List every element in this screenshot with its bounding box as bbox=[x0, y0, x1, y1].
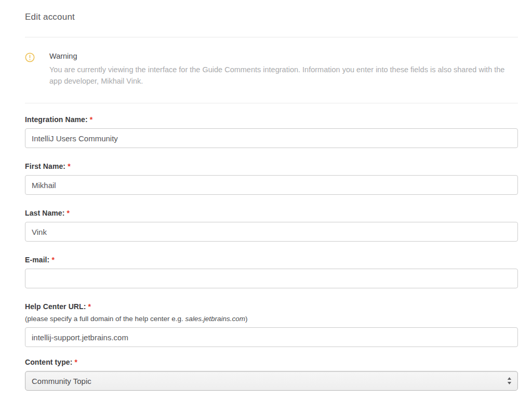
first-name-label-text: First Name: bbox=[25, 162, 65, 170]
field-group-email: E-mail:* bbox=[25, 256, 518, 288]
help-center-url-hint: (please specify a full domain of the hel… bbox=[25, 315, 518, 323]
help-center-url-input[interactable] bbox=[25, 327, 518, 347]
last-name-label: Last Name:* bbox=[25, 209, 518, 217]
first-name-label: First Name:* bbox=[25, 162, 518, 170]
field-group-help-center-url: Help Center URL:* (please specify a full… bbox=[25, 302, 518, 347]
warning-content: Warning You are currently viewing the in… bbox=[49, 52, 518, 87]
email-input[interactable] bbox=[25, 269, 518, 288]
field-group-first-name: First Name:* bbox=[25, 162, 518, 195]
page-title: Edit account bbox=[25, 12, 518, 22]
content-type-select[interactable]: Community Topic bbox=[25, 371, 518, 391]
email-label-text: E-mail: bbox=[25, 256, 49, 264]
help-center-url-label-text: Help Center URL: bbox=[25, 302, 86, 311]
last-name-label-text: Last Name: bbox=[25, 209, 64, 217]
warning-title: Warning bbox=[49, 52, 518, 60]
first-name-input[interactable] bbox=[25, 175, 518, 195]
warning-banner: Warning You are currently viewing the in… bbox=[25, 37, 518, 103]
hint-example-domain: sales.jetbrains.com bbox=[185, 315, 245, 323]
field-group-content-type: Content type:* Community Topic bbox=[25, 358, 518, 391]
integration-name-label: Integration Name:* bbox=[25, 115, 518, 124]
content-type-label-text: Content type: bbox=[25, 358, 73, 366]
content-type-selected-value: Community Topic bbox=[32, 377, 91, 385]
warning-body: You are currently viewing the interface … bbox=[49, 64, 518, 87]
select-stepper-arrows-icon bbox=[507, 377, 512, 385]
required-marker: * bbox=[66, 209, 70, 217]
edit-account-page: Edit account Warning You are currently v… bbox=[0, 0, 532, 399]
content-container: Edit account Warning You are currently v… bbox=[25, 0, 518, 391]
hint-suffix: ) bbox=[245, 315, 248, 323]
required-marker: * bbox=[75, 358, 78, 366]
edit-account-form: Integration Name:* First Name:* Last Nam… bbox=[25, 103, 518, 391]
email-label: E-mail:* bbox=[25, 256, 518, 264]
help-center-url-label: Help Center URL:* bbox=[25, 302, 518, 311]
hint-prefix: (please specify a full domain of the hel… bbox=[25, 315, 185, 323]
last-name-input[interactable] bbox=[25, 222, 518, 242]
required-marker: * bbox=[68, 162, 71, 170]
integration-name-input[interactable] bbox=[25, 128, 518, 148]
warning-circle-icon bbox=[25, 52, 35, 64]
field-group-integration-name: Integration Name:* bbox=[25, 115, 518, 148]
required-marker: * bbox=[88, 302, 91, 311]
content-type-label: Content type:* bbox=[25, 358, 518, 366]
integration-name-label-text: Integration Name: bbox=[25, 115, 88, 124]
required-marker: * bbox=[90, 115, 93, 124]
required-marker: * bbox=[51, 256, 55, 264]
field-group-last-name: Last Name:* bbox=[25, 209, 518, 242]
